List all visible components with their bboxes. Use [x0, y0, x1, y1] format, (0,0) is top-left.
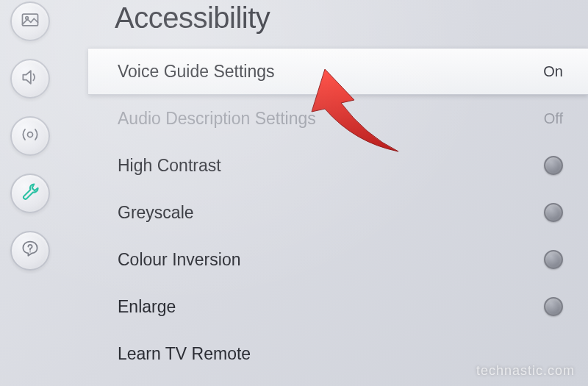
picture-icon [20, 10, 40, 33]
toggle-off-icon[interactable] [544, 250, 563, 269]
row-voice-guide-settings[interactable]: Voice Guide Settings On [88, 48, 588, 95]
row-label: Greyscale [118, 203, 194, 223]
svg-point-2 [28, 132, 33, 137]
sound-icon [20, 67, 40, 90]
svg-point-3 [29, 251, 31, 253]
row-label: Voice Guide Settings [118, 62, 275, 82]
sidebar-item-broadcast[interactable] [10, 116, 50, 156]
sidebar-item-general[interactable] [10, 174, 50, 213]
row-high-contrast[interactable]: High Contrast [88, 142, 588, 189]
row-label: Learn TV Remote [118, 344, 251, 364]
toggle-off-icon[interactable] [544, 203, 563, 222]
page-title: Accessibility [88, 0, 588, 48]
row-value: On [543, 63, 563, 80]
broadcast-icon [20, 124, 40, 148]
watermark: technastic.com [476, 363, 575, 379]
row-label: Colour Inversion [118, 250, 240, 270]
toggle-off-icon[interactable] [544, 156, 563, 175]
row-label: High Contrast [118, 156, 221, 176]
row-colour-inversion[interactable]: Colour Inversion [88, 236, 588, 283]
row-value: Off [544, 110, 563, 127]
row-label: Enlarge [118, 297, 176, 317]
settings-sidebar [0, 0, 60, 386]
sidebar-item-support[interactable] [10, 231, 50, 271]
row-enlarge[interactable]: Enlarge [88, 283, 588, 330]
sidebar-item-picture[interactable] [10, 1, 50, 41]
accessibility-panel: Accessibility Voice Guide Settings On Au… [88, 0, 588, 386]
row-greyscale[interactable]: Greyscale [88, 189, 588, 236]
support-icon [20, 239, 40, 262]
row-audio-description-settings: Audio Description Settings Off [88, 95, 588, 142]
sidebar-item-sound[interactable] [10, 59, 50, 99]
wrench-icon [20, 182, 40, 205]
row-label: Audio Description Settings [118, 109, 316, 129]
toggle-off-icon[interactable] [544, 297, 563, 316]
